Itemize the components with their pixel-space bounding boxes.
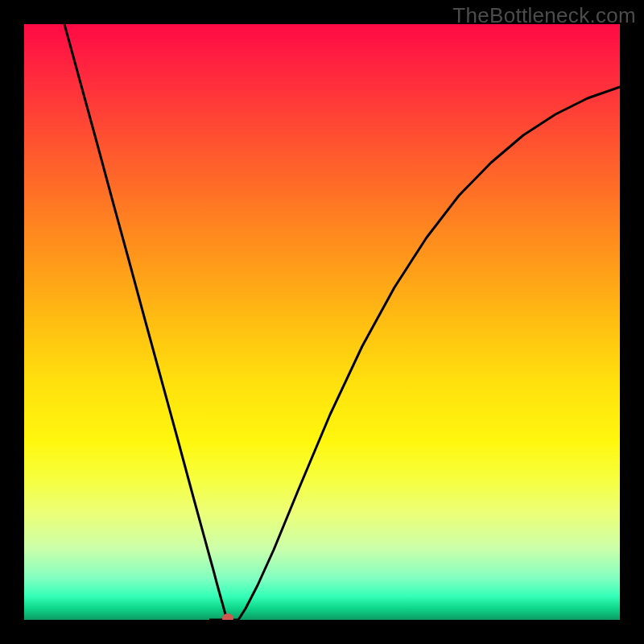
curve-svg: {"comment":"additional bind hooks for no… [24,24,620,620]
curve-line [64,24,620,620]
watermark-text: TheBottleneck.com [452,3,636,28]
chart-frame: TheBottleneck.com {"comment":"additional… [0,0,644,644]
minimum-marker [222,613,233,620]
plot-area: {"comment":"additional bind hooks for no… [24,24,620,620]
